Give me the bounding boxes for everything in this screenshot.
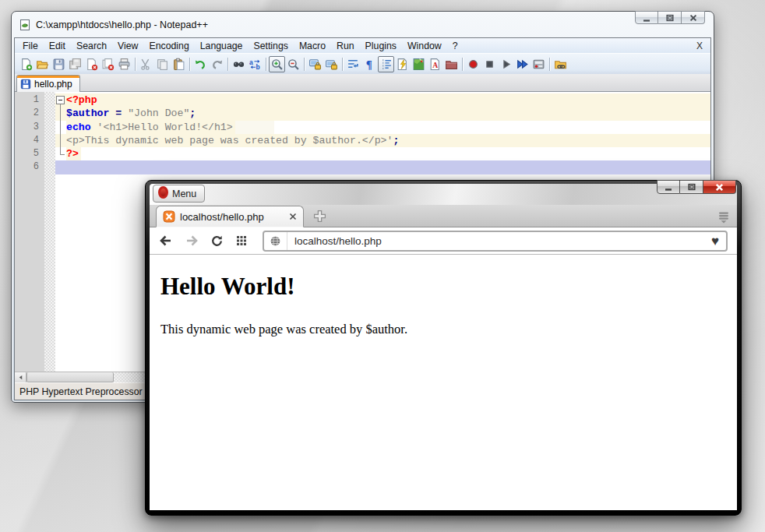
folder-as-workspace-icon[interactable] [443,56,460,72]
tab-localhost-hello-php[interactable]: localhost/hello.php [156,206,304,227]
cut-icon[interactable] [138,56,154,72]
function-list-icon[interactable] [394,56,411,72]
menu-item-window[interactable]: Window [402,39,447,53]
scroll-left-arrow[interactable] [15,372,26,382]
line-number: 1 [15,93,44,107]
speed-dial-icon[interactable] [235,234,248,247]
close-all-documents-icon[interactable] [100,56,116,72]
open-containing-folder-icon[interactable] [552,56,569,72]
code-text: <?php [66,93,97,107]
menu-item-language[interactable]: Language [195,39,249,53]
menu-item-edit[interactable]: Edit [44,39,71,53]
close-document-icon[interactable] [83,56,100,72]
page-heading: Hello World! [160,273,737,301]
menu-item-plugins[interactable]: Plugins [360,39,402,53]
tab-hello-php[interactable]: hello.php [16,75,80,92]
menubar-close[interactable]: X [696,41,710,51]
close-button[interactable] [682,11,705,24]
redo-icon[interactable] [209,56,225,72]
code-text: ?> [66,147,81,160]
macro-record-icon[interactable] [465,56,481,72]
zoom-in-icon[interactable] [269,56,285,72]
macro-save-icon[interactable] [531,56,547,72]
tab-label: localhost/hello.php [180,211,284,223]
opera-toolbar: localhost/hello.php ♥ [150,227,737,255]
maximize-button[interactable] [658,11,682,24]
menu-item-search[interactable]: Search [71,39,112,53]
svg-text:¶: ¶ [366,58,372,70]
menu-item-settings[interactable]: Settings [248,39,293,53]
opera-menu-button[interactable]: Menu [153,185,205,203]
toolbar-separator [227,58,228,71]
macro-stop-icon[interactable] [481,56,498,72]
scrollbar-thumb[interactable] [26,372,114,382]
new-file-icon[interactable] [18,56,34,72]
back-icon[interactable] [159,234,173,247]
menu-item-run[interactable]: Run [331,39,360,53]
copy-icon[interactable] [154,56,171,72]
minimize-button[interactable] [635,11,658,24]
maximize-button[interactable] [680,180,703,194]
code-line-2[interactable]: 2$author = "John Doe"; [15,107,710,120]
sync-vertical-scroll-icon[interactable] [307,56,323,72]
tab-menu-icon[interactable] [717,212,731,224]
saved-file-icon [20,79,31,90]
document-map-icon[interactable] [411,56,427,72]
print-icon[interactable] [116,56,132,72]
sync-horizontal-scroll-icon[interactable] [323,56,340,72]
bookmark-margin[interactable] [44,93,55,107]
svg-text:b: b [256,63,260,71]
fold-margin [55,147,66,160]
new-tab-button[interactable] [313,210,326,223]
bookmark-margin[interactable] [44,147,55,160]
code-line-6[interactable]: 6 [15,160,710,174]
zoom-out-icon[interactable] [285,56,301,72]
show-indent-guide-icon[interactable] [378,56,394,72]
bookmark-margin[interactable] [44,121,55,134]
bookmark-margin[interactable] [44,107,55,120]
open-file-icon[interactable] [34,56,51,72]
site-icon[interactable] [264,232,287,250]
window-title: C:\xampp\htdocs\hello.php - Notepad++ [36,19,208,30]
macro-run-multiple-icon[interactable] [514,56,531,72]
minimize-button[interactable] [657,180,680,194]
save-all-icon[interactable] [67,56,83,72]
code-line-4[interactable]: 4<p>This dynamic web page was created by… [15,134,710,147]
address-bar[interactable]: localhost/hello.php ♥ [263,231,728,252]
menu-item-file[interactable]: File [17,39,44,53]
opera-tab-bar: localhost/hello.php [150,205,737,227]
bookmark-margin[interactable] [44,160,55,174]
bookmark-heart-icon[interactable]: ♥ [704,234,726,248]
macro-play-icon[interactable] [498,56,514,72]
menubar-items: FileEditSearchViewEncodingLanguageSettin… [17,39,464,53]
url-text[interactable]: localhost/hello.php [294,235,382,247]
save-icon[interactable] [51,56,67,72]
word-wrap-icon[interactable] [345,56,361,72]
fold-margin [55,134,66,147]
code-line-1[interactable]: 1<?php [15,93,710,107]
tab-bar: hello.php [15,74,710,92]
menu-item-help[interactable]: ? [447,39,464,53]
bookmark-margin[interactable] [44,134,55,147]
menu-item-macro[interactable]: Macro [294,39,331,53]
paste-icon[interactable] [171,56,187,72]
fold-margin [55,107,66,120]
show-all-characters-icon[interactable]: ¶ [361,56,378,72]
fold-collapse-icon[interactable] [55,93,66,107]
menu-item-view[interactable]: View [112,39,143,53]
replace-icon[interactable]: ab [247,56,263,72]
menu-item-encoding[interactable]: Encoding [143,39,194,53]
line-number: 6 [15,160,44,174]
doc-switcher-icon[interactable]: A [427,56,443,72]
opera-titlebar[interactable]: Menu [150,184,737,205]
find-icon[interactable] [231,56,247,72]
notepadpp-titlebar[interactable]: C:\xampp\htdocs\hello.php - Notepad++ [14,12,711,37]
code-line-5[interactable]: 5?> [15,147,710,160]
close-button[interactable] [703,180,736,194]
code-line-3[interactable]: 3echo '<h1>Hello World!</h1> [15,121,710,134]
tab-close-icon[interactable] [289,213,297,220]
forward-icon[interactable] [185,234,199,247]
reload-icon[interactable] [210,234,224,248]
notepadpp-window-controls [635,11,705,24]
undo-icon[interactable] [192,56,209,72]
